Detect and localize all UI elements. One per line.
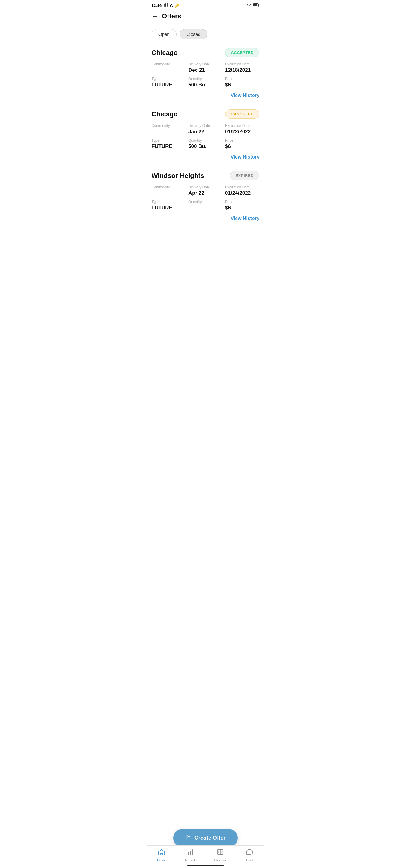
home-icon — [158, 849, 165, 857]
card-fields-3: Commodity Delivery Date Apr 22 Expiratio… — [152, 185, 259, 211]
price-field-1: Price $6 — [225, 77, 259, 88]
tab-filter-row: Open Closed — [147, 24, 264, 42]
create-offer-wrapper: 🏳 Create Offer — [173, 829, 238, 847]
delivery-date-value-2: Jan 22 — [188, 129, 223, 135]
type-value-2: FUTURE — [152, 144, 186, 150]
tab-closed[interactable]: Closed — [180, 29, 208, 39]
delivery-date-value-3: Apr 22 — [188, 190, 223, 196]
expiration-date-label-1: Expiration Date — [225, 62, 259, 66]
view-history-button-3[interactable]: View History — [230, 216, 259, 221]
svg-rect-4 — [253, 4, 257, 6]
view-history-button-2[interactable]: View History — [230, 154, 259, 160]
price-value-2: $6 — [225, 144, 259, 150]
delivery-date-field-1: Delivery Date Dec 21 — [188, 62, 223, 73]
quantity-value-1: 500 Bu. — [188, 82, 223, 88]
quantity-label-2: Quantity — [188, 138, 223, 143]
card-header-3: Windsor Heights EXPIRED — [152, 171, 259, 180]
expiration-date-field-3: Expiration Date 01/24/2022 — [225, 185, 259, 196]
type-label-3: Type — [152, 200, 186, 204]
location-name-2: Chicago — [152, 110, 178, 118]
price-field-2: Price $6 — [225, 138, 259, 150]
type-value-1: FUTURE — [152, 82, 186, 88]
expiration-date-value-2: 01/22/2022 — [225, 129, 259, 135]
svg-rect-6 — [190, 851, 191, 855]
expiration-date-label-2: Expiration Date — [225, 124, 259, 128]
key-icon: 🔑 — [175, 4, 179, 8]
price-label-2: Price — [225, 138, 259, 143]
wifi-icon — [246, 3, 252, 8]
offers-list: Chicago ACCEPTED Commodity Delivery Date… — [147, 42, 264, 266]
svg-rect-5 — [188, 852, 189, 855]
avenza-icon: ⬡ — [170, 4, 173, 8]
status-bar: 12:46 ⬡ 🔑 — [147, 0, 264, 10]
nav-markets-label: Markets — [185, 858, 197, 862]
commodity-field-2: Commodity — [152, 124, 186, 135]
delivery-date-field-3: Delivery Date Apr 22 — [188, 185, 223, 196]
price-value-3: $6 — [225, 205, 259, 211]
back-button[interactable]: ← — [152, 12, 162, 20]
nav-markets[interactable]: Markets — [182, 849, 200, 862]
commodity-field-3: Commodity — [152, 185, 186, 196]
commodity-label-1: Commodity — [152, 62, 186, 66]
create-offer-button[interactable]: 🏳 Create Offer — [173, 829, 238, 847]
create-offer-icon: 🏳 — [185, 835, 191, 841]
view-history-row-3: View History — [152, 216, 259, 221]
nav-elevator-label: Elevator — [214, 858, 226, 862]
card-header-2: Chicago CANCELED — [152, 110, 259, 119]
delivery-date-label-3: Delivery Date — [188, 185, 223, 189]
status-time: 12:46 — [152, 3, 161, 8]
type-field-1: Type FUTURE — [152, 77, 186, 88]
create-offer-label: Create Offer — [194, 835, 226, 841]
price-label-3: Price — [225, 200, 259, 204]
price-field-3: Price $6 — [225, 200, 259, 211]
expiration-date-value-3: 01/24/2022 — [225, 190, 259, 196]
svg-rect-1 — [165, 3, 166, 7]
card-fields-2: Commodity Delivery Date Jan 22 Expiratio… — [152, 124, 259, 150]
svg-rect-7 — [192, 849, 193, 855]
page-title: Offers — [162, 12, 181, 20]
elevator-icon — [217, 849, 224, 857]
quantity-label-3: Quantity — [188, 200, 223, 204]
quantity-field-2: Quantity 500 Bu. — [188, 138, 223, 150]
offer-card-1: Chicago ACCEPTED Commodity Delivery Date… — [147, 42, 264, 103]
nav-home[interactable]: Home — [153, 849, 170, 862]
quantity-label-1: Quantity — [188, 77, 223, 81]
type-field-2: Type FUTURE — [152, 138, 186, 150]
quantity-field-3: Quantity — [188, 200, 223, 211]
expiration-date-field-2: Expiration Date 01/22/2022 — [225, 124, 259, 135]
delivery-date-label-2: Delivery Date — [188, 124, 223, 128]
tab-open[interactable]: Open — [152, 29, 177, 39]
commodity-field-1: Commodity — [152, 62, 186, 73]
svg-rect-0 — [164, 4, 164, 7]
status-badge-accepted-1: ACCEPTED — [225, 48, 259, 57]
markets-icon — [187, 849, 194, 857]
view-history-button-1[interactable]: View History — [230, 93, 259, 98]
nav-chat-label: Chat — [246, 858, 253, 862]
type-label-2: Type — [152, 138, 186, 143]
type-field-3: Type FUTURE — [152, 200, 186, 211]
quantity-value-2: 500 Bu. — [188, 144, 223, 150]
location-name-3: Windsor Heights — [152, 172, 204, 180]
delivery-date-field-2: Delivery Date Jan 22 — [188, 124, 223, 135]
nav-elevator[interactable]: Elevator — [211, 849, 229, 862]
offer-card-2: Chicago CANCELED Commodity Delivery Date… — [147, 103, 264, 165]
price-label-1: Price — [225, 77, 259, 81]
card-fields-1: Commodity Delivery Date Dec 21 Expiratio… — [152, 62, 259, 88]
card-header-1: Chicago ACCEPTED — [152, 48, 259, 57]
delivery-date-label-1: Delivery Date — [188, 62, 223, 66]
commodity-label-3: Commodity — [152, 185, 186, 189]
home-indicator — [187, 865, 224, 866]
quantity-field-1: Quantity 500 Bu. — [188, 77, 223, 88]
chat-icon — [246, 849, 253, 857]
location-name-1: Chicago — [152, 49, 178, 57]
status-badge-canceled-2: CANCELED — [225, 110, 259, 119]
view-history-row-1: View History — [152, 93, 259, 98]
nav-home-label: Home — [157, 858, 166, 862]
status-badge-expired-3: EXPIRED — [230, 171, 259, 180]
battery-icon — [253, 3, 259, 8]
view-history-row-2: View History — [152, 154, 259, 160]
expiration-date-field-1: Expiration Date 12/18/2021 — [225, 62, 259, 73]
commodity-label-2: Commodity — [152, 124, 186, 128]
expiration-date-label-3: Expiration Date — [225, 185, 259, 189]
nav-chat[interactable]: Chat — [241, 849, 258, 862]
